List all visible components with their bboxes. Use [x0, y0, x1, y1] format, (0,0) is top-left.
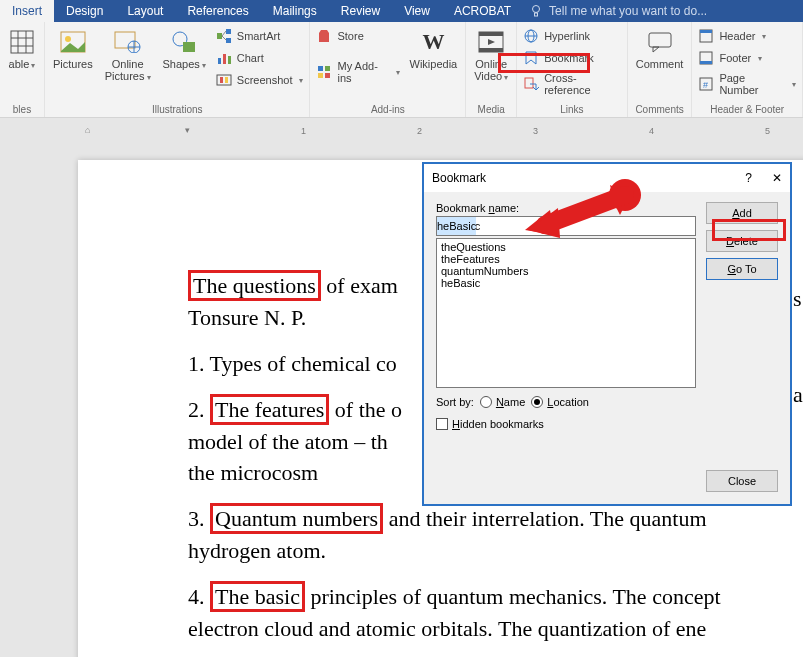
- store-button[interactable]: Store: [316, 26, 399, 46]
- list-item[interactable]: heBasic: [441, 277, 691, 289]
- chart-label: Chart: [237, 52, 264, 64]
- shapes-button[interactable]: Shapes: [161, 26, 208, 73]
- hyperlink-button[interactable]: Hyperlink: [523, 26, 621, 46]
- svg-rect-23: [225, 77, 228, 83]
- close-button[interactable]: Close: [706, 470, 778, 492]
- my-addins-button[interactable]: My Add-ins: [316, 58, 399, 86]
- screenshot-icon: [216, 72, 232, 88]
- group-illustrations: Pictures Online Pictures Shapes SmartArt…: [45, 22, 310, 117]
- bookmark-dialog: Bookmark ? ✕ Bookmark name: heBasic theQ…: [423, 163, 791, 505]
- bookmark-listbox[interactable]: theQuestions theFeatures quantumNumbers …: [436, 238, 696, 388]
- cross-reference-button[interactable]: Cross-reference: [523, 70, 621, 98]
- bookmark-button[interactable]: Bookmark: [523, 48, 621, 68]
- chart-icon: [216, 50, 232, 66]
- checkbox-icon[interactable]: [436, 418, 448, 430]
- online-video-button[interactable]: Online Video: [472, 26, 510, 85]
- goto-button[interactable]: Go To: [706, 258, 778, 280]
- list-item[interactable]: theFeatures: [441, 253, 691, 265]
- sort-location-radio[interactable]: Location: [531, 396, 589, 408]
- online-pictures-button[interactable]: Online Pictures: [103, 26, 153, 85]
- svg-rect-26: [318, 73, 323, 78]
- delete-button[interactable]: Delete: [706, 230, 778, 252]
- svg-point-8: [65, 36, 71, 42]
- comment-icon: +: [646, 28, 674, 56]
- comment-button[interactable]: + Comment: [634, 26, 686, 72]
- group-header-footer: Header Footer #Page Number Header & Foot…: [692, 22, 803, 117]
- dialog-close-button[interactable]: ✕: [772, 171, 782, 185]
- svg-rect-20: [228, 56, 231, 64]
- footer-button[interactable]: Footer: [698, 48, 796, 68]
- tell-me-text: Tell me what you want to do...: [549, 4, 707, 18]
- group-tables: able bles: [0, 22, 45, 117]
- svg-point-0: [533, 6, 540, 13]
- svg-rect-24: [318, 66, 323, 71]
- svg-rect-14: [226, 29, 231, 34]
- svg-text:#: #: [703, 80, 708, 90]
- svg-rect-2: [11, 31, 33, 53]
- svg-rect-36: [525, 78, 533, 88]
- dialog-titlebar[interactable]: Bookmark ? ✕: [424, 164, 790, 192]
- list-item[interactable]: theQuestions: [441, 241, 691, 253]
- svg-rect-25: [325, 66, 330, 71]
- tab-mailings[interactable]: Mailings: [261, 0, 329, 22]
- svg-rect-29: [479, 32, 503, 36]
- group-comments-label: Comments: [634, 102, 686, 115]
- group-hf-label: Header & Footer: [698, 102, 796, 115]
- wikipedia-button[interactable]: W Wikipedia: [408, 26, 460, 72]
- table-button[interactable]: able: [6, 26, 38, 73]
- sort-by-label: Sort by:: [436, 396, 474, 408]
- group-addins-label: Add-ins: [316, 102, 459, 115]
- bookmark-name-input[interactable]: [436, 216, 696, 236]
- shapes-label: Shapes: [163, 58, 206, 71]
- svg-rect-9: [115, 32, 135, 48]
- svg-rect-37: [649, 33, 671, 47]
- svg-text:+: +: [653, 31, 660, 35]
- svg-marker-38: [653, 47, 659, 52]
- tab-insert[interactable]: Insert: [0, 0, 54, 22]
- svg-rect-13: [217, 33, 222, 39]
- chart-button[interactable]: Chart: [216, 48, 304, 68]
- online-pictures-icon: [114, 28, 142, 56]
- store-label: Store: [337, 30, 363, 42]
- page-number-label: Page Number: [719, 72, 785, 96]
- group-links-label: Links: [523, 102, 621, 115]
- tab-layout[interactable]: Layout: [115, 0, 175, 22]
- addins-icon: [316, 64, 332, 80]
- page-number-button[interactable]: #Page Number: [698, 70, 796, 98]
- add-button[interactable]: Add: [706, 202, 778, 224]
- bookmark-name-label: Bookmark name:: [436, 202, 696, 214]
- hyperlink-label: Hyperlink: [544, 30, 590, 42]
- sort-name-radio[interactable]: Name: [480, 396, 525, 408]
- pictures-button[interactable]: Pictures: [51, 26, 95, 72]
- dialog-help-button[interactable]: ?: [745, 171, 752, 185]
- list-item[interactable]: quantumNumbers: [441, 265, 691, 277]
- screenshot-button[interactable]: Screenshot: [216, 70, 304, 90]
- bookmark-label: Bookmark: [544, 52, 594, 64]
- tab-references[interactable]: References: [175, 0, 260, 22]
- svg-rect-21: [217, 75, 231, 85]
- hyperlink-icon: [523, 28, 539, 44]
- table-icon: [8, 28, 36, 56]
- tab-review[interactable]: Review: [329, 0, 392, 22]
- wikipedia-label: Wikipedia: [410, 58, 458, 70]
- bookmark-icon: [523, 50, 539, 66]
- tell-me[interactable]: Tell me what you want to do...: [523, 4, 707, 18]
- svg-rect-43: [700, 61, 712, 64]
- svg-rect-27: [325, 73, 330, 78]
- group-links: Hyperlink Bookmark Cross-reference Links: [517, 22, 628, 117]
- header-icon: [698, 28, 714, 44]
- video-icon: [477, 28, 505, 56]
- smartart-button[interactable]: SmartArt: [216, 26, 304, 46]
- shapes-icon: [170, 28, 198, 56]
- tab-view[interactable]: View: [392, 0, 442, 22]
- svg-rect-1: [535, 13, 538, 16]
- tab-design[interactable]: Design: [54, 0, 115, 22]
- ribbon: able bles Pictures Online Pictures Shape…: [0, 22, 803, 118]
- pictures-label: Pictures: [53, 58, 93, 70]
- header-button[interactable]: Header: [698, 26, 796, 46]
- tab-acrobat[interactable]: ACROBAT: [442, 0, 523, 22]
- radio-icon: [480, 396, 492, 408]
- group-comments: + Comment Comments: [628, 22, 693, 117]
- highlight-basic: The basic: [210, 581, 305, 612]
- svg-line-17: [222, 36, 226, 40]
